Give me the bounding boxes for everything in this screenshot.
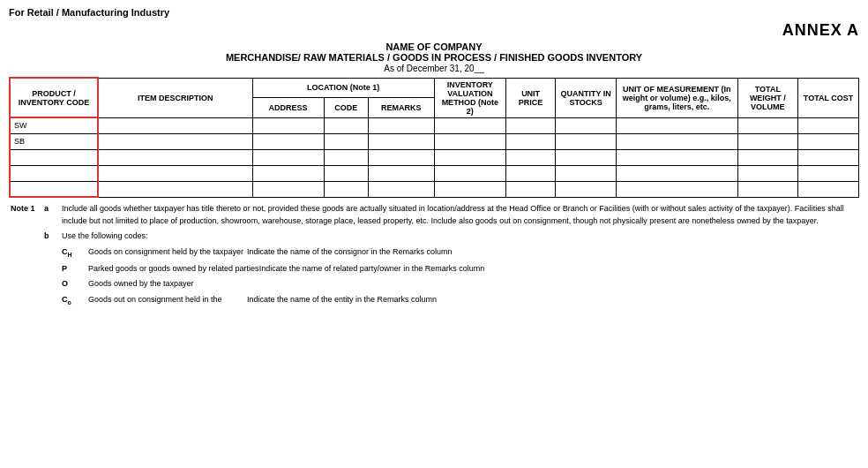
table-cell (434, 133, 505, 149)
table-cell (368, 133, 434, 149)
col-product-code: PRODUCT / INVENTORY CODE (10, 78, 98, 117)
table-cell (368, 181, 434, 197)
inventory-table: PRODUCT / INVENTORY CODE ITEM DESCRIPTIO… (9, 77, 859, 198)
table-cell (10, 181, 98, 197)
code-description: Goods owned by the taxpayer (88, 278, 247, 291)
code-symbol: P (62, 263, 88, 276)
code-row: OGoods owned by the taxpayer (62, 278, 857, 291)
table-cell (556, 181, 617, 197)
table-cell (434, 181, 505, 197)
note1-label: Note 1 (11, 203, 44, 227)
table-cell (324, 165, 368, 181)
table-cell (506, 165, 556, 181)
col-total-weight: TOTAL WEIGHT / VOLUME (737, 78, 798, 117)
col-total-cost: TOTAL COST (798, 78, 859, 117)
col-unit-measurement: UNIT OF MEASUREMENT (In weight or volume… (617, 78, 738, 117)
table-cell (98, 117, 252, 133)
table-cell (324, 117, 368, 133)
table-cell (252, 149, 324, 165)
table-cell (506, 149, 556, 165)
table-cell (556, 117, 617, 133)
col-inventory-valuation: INVENTORY VALUATION METHOD (Note 2) (434, 78, 505, 117)
table-row (10, 181, 859, 197)
table-cell (10, 165, 98, 181)
table-cell (98, 133, 252, 149)
doc-title: MERCHANDISE/ RAW MATERIALS / GOODS IN PR… (9, 52, 859, 63)
table-row: SW (10, 117, 859, 133)
annex-label: ANNEX A (782, 21, 859, 40)
table-cell (556, 149, 617, 165)
table-cell (434, 149, 505, 165)
code-row: CHGoods on consignment held by the taxpa… (62, 246, 857, 260)
col-address: ADDRESS (252, 98, 324, 118)
code-row: CoGoods out on consignment held in theIn… (62, 294, 857, 307)
table-cell (506, 117, 556, 133)
table-cell (252, 133, 324, 149)
code-indication: Indicate the name of the entity in the R… (247, 294, 857, 306)
table-cell (798, 149, 859, 165)
table-cell: SW (10, 117, 98, 133)
table-cell (506, 181, 556, 197)
table-cell (617, 133, 738, 149)
table-cell (798, 165, 859, 181)
table-cell (324, 149, 368, 165)
table-cell (617, 149, 738, 165)
table-cell (798, 181, 859, 197)
table-cell (737, 117, 798, 133)
table-cell (556, 165, 617, 181)
col-remarks: REMARKS (368, 98, 434, 118)
code-indication: Indicate the name of related party/owner… (259, 263, 857, 276)
code-symbol: Co (62, 294, 88, 307)
notes-section: Note 1 a Include all goods whether taxpa… (9, 203, 859, 307)
table-cell: SB (10, 133, 98, 149)
table-cell (617, 165, 738, 181)
table-cell (737, 181, 798, 197)
table-cell (617, 117, 738, 133)
as-of-date: As of December 31, 20__ (9, 64, 859, 73)
code-description: Goods out on consignment held in the (88, 294, 247, 306)
table-row: SB (10, 133, 859, 149)
table-cell (434, 117, 505, 133)
col-quantity: QUANTITY IN STOCKS (556, 78, 617, 117)
note1-letter-b: b (44, 230, 62, 243)
table-cell (368, 117, 434, 133)
code-description: Parked goods or goods owned by related p… (88, 263, 259, 276)
table-cell (737, 149, 798, 165)
table-cell (434, 165, 505, 181)
col-code: CODE (324, 98, 368, 118)
table-cell (324, 181, 368, 197)
col-location-header: LOCATION (Note 1) (252, 78, 434, 98)
table-cell (506, 133, 556, 149)
table-cell (737, 165, 798, 181)
table-cell (10, 149, 98, 165)
note1-spacer (11, 230, 44, 243)
note1-text-a: Include all goods whether taxpayer has t… (62, 203, 857, 227)
note1-letter-a: a (44, 203, 62, 227)
table-cell (798, 133, 859, 149)
table-cell (98, 149, 252, 165)
table-cell (98, 181, 252, 197)
table-cell (252, 117, 324, 133)
table-cell (798, 117, 859, 133)
table-cell (556, 133, 617, 149)
col-item-desc: ITEM DESCRIPTION (98, 78, 252, 117)
company-name: NAME OF COMPANY (9, 42, 859, 52)
code-symbol: CH (62, 246, 88, 260)
code-symbol: O (62, 278, 88, 291)
table-cell (737, 133, 798, 149)
table-cell (324, 133, 368, 149)
note1-text-b: Use the following codes: (62, 230, 857, 243)
code-row: PParked goods or goods owned by related … (62, 263, 857, 276)
table-row (10, 165, 859, 181)
code-indication: Indicate the name of the consignor in th… (247, 246, 857, 259)
code-description: Goods on consignment held by the taxpaye… (88, 246, 247, 259)
table-cell (98, 165, 252, 181)
table-row (10, 149, 859, 165)
table-cell (252, 165, 324, 181)
table-cell (252, 181, 324, 197)
table-cell (368, 149, 434, 165)
table-cell (368, 165, 434, 181)
table-cell (617, 181, 738, 197)
col-unit-price: UNIT PRICE (506, 78, 556, 117)
industry-title: For Retail / Manufacturing Industry (9, 7, 859, 18)
